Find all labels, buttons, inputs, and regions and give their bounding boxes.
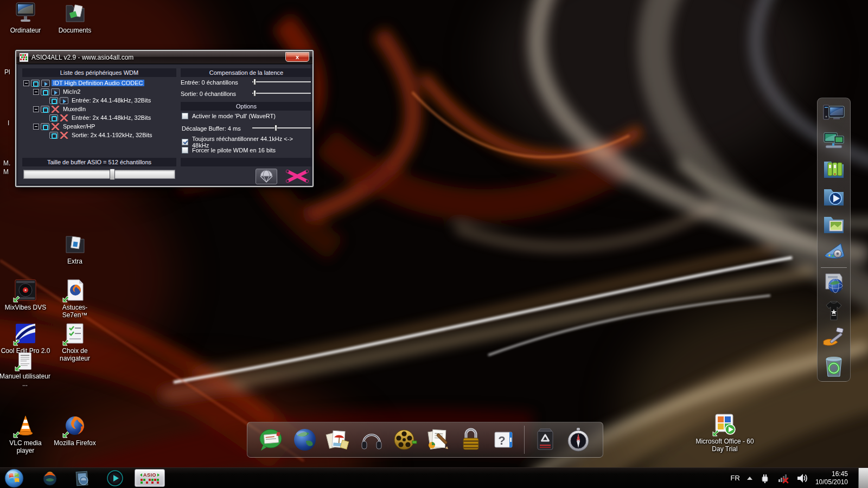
tree-row[interactable]: Entrée: 2x 44.1-48kHz, 32Bits	[22, 113, 176, 122]
desktop-icon-mixvibes[interactable]: MixVibes DVS	[1, 278, 50, 311]
dock-item-computer[interactable]	[821, 101, 846, 126]
network-disconnected-icon[interactable]	[777, 473, 789, 484]
dock-item-network[interactable]	[821, 129, 846, 153]
dock-separator	[821, 267, 847, 268]
desktop-icon-office[interactable]: Microsoft Office - 60 Day Trial	[694, 412, 755, 453]
power-plug-icon[interactable]	[760, 473, 770, 484]
start-button[interactable]	[2, 469, 26, 487]
desktop-icon-firefox[interactable]: Mozilla Firefox	[50, 414, 100, 447]
dock-item-security[interactable]	[458, 427, 484, 453]
checkbox-icon[interactable]	[182, 113, 188, 119]
desktop-icon-astuces[interactable]: Astuces-Se7en™	[50, 278, 100, 319]
power-icon[interactable]	[31, 80, 40, 87]
taskbar-clock[interactable]: 16:45 10/05/2010	[815, 470, 848, 486]
desktop-icon-ordinateur[interactable]: Ordinateur	[1, 1, 50, 34]
desktop-icon-choix[interactable]: Choix de navigateur	[50, 322, 100, 362]
window-titlebar[interactable]: ASIO4ALL v2.9 - www.asio4all.com x	[16, 51, 312, 64]
power-icon[interactable]	[41, 123, 49, 130]
windows-start-icon	[4, 468, 24, 488]
buffer-size-slider[interactable]	[23, 170, 175, 179]
desktop-icon-extra[interactable]: Extra	[50, 232, 100, 265]
dock-separator	[524, 426, 525, 454]
pull-mode-option[interactable]: Activer le mode 'Pull' (WaveRT)	[182, 113, 276, 119]
force-16bit-option[interactable]: Forcer le pilote WDM en 16 bits	[182, 147, 276, 153]
device-label[interactable]: Entrée: 2x 44.1-48kHz, 32Bits	[70, 114, 152, 121]
dock-item-tshirt[interactable]	[821, 298, 846, 323]
latency-output-slider[interactable]	[252, 90, 311, 97]
volume-icon[interactable]	[796, 473, 808, 484]
logo-left-arrow-icon	[140, 473, 142, 477]
power-icon[interactable]	[41, 106, 49, 113]
hidden-icon-label-fragment: M	[3, 168, 9, 176]
collapse-icon[interactable]	[33, 106, 39, 112]
device-label[interactable]: Sortie: 2x 44.1-192kHz, 32Bits	[70, 132, 154, 138]
tree-row[interactable]: Entrée: 2x 44.1-48kHz, 32Bits	[22, 96, 176, 105]
buffer-offset-slider[interactable]	[252, 125, 311, 131]
power-icon[interactable]	[49, 132, 58, 139]
tree-row[interactable]: Sortie: 2x 44.1-192kHz, 32Bits	[22, 131, 176, 139]
headphones-icon	[359, 427, 385, 453]
dock-item-mail[interactable]	[259, 427, 285, 453]
dock-item-tools[interactable]	[821, 326, 846, 351]
collapse-icon[interactable]	[33, 124, 39, 130]
device-label[interactable]: MuxedIn	[61, 106, 87, 112]
checkbox-icon[interactable]	[182, 147, 188, 153]
dock-item-video[interactable]	[392, 427, 418, 453]
slider-thumb[interactable]	[253, 90, 256, 97]
collapse-icon[interactable]	[33, 89, 39, 95]
close-button[interactable]: x	[285, 52, 309, 62]
x-icon	[51, 123, 60, 130]
dock-item-internet-box[interactable]	[821, 271, 846, 296]
desktop-icon-cooledit[interactable]: Cool Edit Pro 2.0	[1, 322, 50, 355]
power-icon[interactable]	[49, 114, 58, 121]
show-hidden-icons-chevron[interactable]	[747, 477, 752, 480]
collapse-icon[interactable]	[23, 80, 29, 86]
tree-row[interactable]: Speaker/HP	[22, 122, 176, 131]
clock-time: 16:45	[815, 470, 848, 478]
dock-item-documents-folder[interactable]	[821, 156, 846, 181]
show-desktop-button[interactable]	[858, 468, 868, 488]
load-defaults-button[interactable]	[256, 169, 277, 184]
device-label[interactable]: Entrée: 2x 44.1-48kHz, 32Bits	[70, 97, 152, 104]
dock-item-help[interactable]: ?	[491, 427, 517, 453]
tree-row[interactable]: MuxedIn	[22, 105, 176, 113]
dock-item-recycle-bin[interactable]	[821, 354, 846, 378]
checkbox-checked-icon[interactable]	[182, 139, 188, 145]
slider-thumb[interactable]	[253, 79, 256, 85]
taskbar-button-asio4all[interactable]: ASIO	[135, 469, 165, 487]
device-label[interactable]: MicIn2	[61, 88, 82, 95]
dock-item-notes[interactable]	[425, 427, 451, 453]
device-tree: IDT High Definition Audio CODEC MicIn2 E…	[22, 79, 176, 139]
desktop-icon-manuel[interactable]: Manuel utilisateur ...	[0, 351, 52, 388]
power-icon[interactable]	[49, 97, 58, 104]
dock-item-audio[interactable]	[359, 427, 385, 453]
dock-item-pictures[interactable]	[325, 427, 351, 453]
taskbar-app-photo-viewer[interactable]	[71, 469, 94, 487]
tree-row[interactable]: IDT High Definition Audio CODEC	[22, 79, 176, 87]
buffer-slider-thumb[interactable]	[110, 169, 115, 180]
asio-logo-text: ASIO	[143, 473, 156, 478]
latency-input-slider[interactable]	[252, 79, 311, 85]
tree-row[interactable]: MicIn2	[22, 87, 176, 96]
dock-item-control-panel[interactable]	[821, 239, 846, 264]
dock-item-pictures-folder[interactable]	[821, 211, 846, 236]
desktop-icon-vlc[interactable]: VLC media player	[1, 414, 50, 454]
dock-item-recycle[interactable]	[532, 427, 558, 453]
padlock-icon	[458, 427, 484, 453]
dock-item-media-folder[interactable]	[821, 184, 846, 209]
logo-right-arrow-icon	[157, 473, 159, 477]
device-label[interactable]: IDT High Definition Audio CODEC	[52, 80, 144, 86]
computer-icon	[14, 1, 37, 25]
system-tray: FR 16:45 10/05/2010	[731, 468, 868, 488]
desktop-icon-documents[interactable]: Documents	[50, 1, 100, 34]
taskbar-app-web-browser[interactable]	[38, 469, 62, 487]
advanced-options-button[interactable]	[284, 168, 311, 185]
power-icon[interactable]	[41, 88, 49, 95]
dock-item-internet[interactable]	[292, 427, 318, 453]
dock-item-compass[interactable]	[565, 427, 591, 453]
clock-date: 10/05/2010	[815, 478, 848, 486]
slider-thumb[interactable]	[275, 125, 277, 131]
device-label[interactable]: Speaker/HP	[61, 123, 97, 130]
language-indicator[interactable]: FR	[731, 474, 740, 482]
taskbar-app-media-player[interactable]	[103, 469, 127, 487]
